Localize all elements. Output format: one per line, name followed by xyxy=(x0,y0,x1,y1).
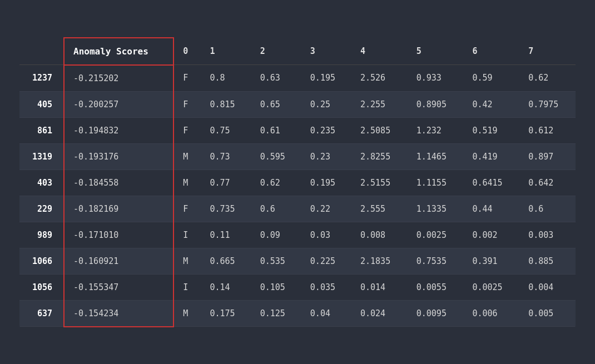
cell-row5-col3: 0.735 xyxy=(201,196,251,222)
table-row: 1319-0.193176M0.730.5950.232.82551.14650… xyxy=(19,143,576,169)
table-row: 405-0.200257F0.8150.650.252.2550.89050.4… xyxy=(19,91,576,117)
cell-row4-col7: 1.1155 xyxy=(408,169,464,196)
cell-row6-col8: 0.002 xyxy=(463,222,519,248)
cell-row9-col1: -0.154234 xyxy=(64,300,173,327)
col-header-id xyxy=(19,38,64,65)
cell-row0-col6: 2.526 xyxy=(351,65,408,92)
cell-row1-col1: -0.200257 xyxy=(64,91,173,117)
cell-row0-col2: F xyxy=(173,65,201,92)
cell-row5-col8: 0.44 xyxy=(463,196,519,222)
table-row: 1056-0.155347I0.140.1050.0350.0140.00550… xyxy=(19,274,576,300)
col-header-6: 6 xyxy=(463,38,519,65)
cell-row3-col1: -0.193176 xyxy=(64,143,173,169)
col-header-anomaly: Anomaly Scores xyxy=(64,38,173,65)
cell-row6-col3: 0.11 xyxy=(201,222,251,248)
cell-row5-col6: 2.555 xyxy=(351,196,408,222)
cell-row2-col0: 861 xyxy=(19,117,64,143)
cell-row0-col3: 0.8 xyxy=(201,65,251,92)
cell-row7-col3: 0.665 xyxy=(201,248,251,274)
cell-row1-col4: 0.65 xyxy=(251,91,301,117)
cell-row7-col5: 0.225 xyxy=(301,248,351,274)
table-row: 403-0.184558M0.770.620.1952.51551.11550.… xyxy=(19,169,576,196)
cell-row9-col8: 0.006 xyxy=(463,300,519,327)
cell-row0-col1: -0.215202 xyxy=(64,65,173,92)
cell-row0-col7: 0.933 xyxy=(408,65,464,92)
cell-row3-col7: 1.1465 xyxy=(408,143,464,169)
cell-row3-col6: 2.8255 xyxy=(351,143,408,169)
cell-row7-col7: 0.7535 xyxy=(408,248,464,274)
cell-row0-col8: 0.59 xyxy=(463,65,519,92)
cell-row1-col6: 2.255 xyxy=(351,91,408,117)
cell-row8-col0: 1056 xyxy=(19,274,64,300)
cell-row7-col8: 0.391 xyxy=(463,248,519,274)
cell-row6-col7: 0.0025 xyxy=(408,222,464,248)
cell-row1-col9: 0.7975 xyxy=(519,91,576,117)
cell-row6-col6: 0.008 xyxy=(351,222,408,248)
cell-row7-col9: 0.885 xyxy=(519,248,576,274)
cell-row9-col2: M xyxy=(173,300,201,327)
col-header-4: 4 xyxy=(351,38,408,65)
col-header-1: 1 xyxy=(201,38,251,65)
cell-row6-col2: I xyxy=(173,222,201,248)
cell-row0-col4: 0.63 xyxy=(251,65,301,92)
table-row: 1066-0.160921M0.6650.5350.2252.18350.753… xyxy=(19,248,576,274)
cell-row2-col1: -0.194832 xyxy=(64,117,173,143)
cell-row0-col5: 0.195 xyxy=(301,65,351,92)
cell-row9-col5: 0.04 xyxy=(301,300,351,327)
cell-row3-col2: M xyxy=(173,143,201,169)
cell-row1-col2: F xyxy=(173,91,201,117)
cell-row9-col9: 0.005 xyxy=(519,300,576,327)
cell-row9-col6: 0.024 xyxy=(351,300,408,327)
cell-row5-col1: -0.182169 xyxy=(64,196,173,222)
cell-row3-col4: 0.595 xyxy=(251,143,301,169)
cell-row8-col9: 0.004 xyxy=(519,274,576,300)
table-row: 1237-0.215202F0.80.630.1952.5260.9330.59… xyxy=(19,65,576,92)
cell-row3-col5: 0.23 xyxy=(301,143,351,169)
col-header-2: 2 xyxy=(251,38,301,65)
cell-row2-col6: 2.5085 xyxy=(351,117,408,143)
cell-row4-col6: 2.5155 xyxy=(351,169,408,196)
cell-row4-col3: 0.77 xyxy=(201,169,251,196)
cell-row4-col4: 0.62 xyxy=(251,169,301,196)
cell-row5-col7: 1.1335 xyxy=(408,196,464,222)
cell-row6-col4: 0.09 xyxy=(251,222,301,248)
cell-row4-col9: 0.642 xyxy=(519,169,576,196)
cell-row4-col1: -0.184558 xyxy=(64,169,173,196)
cell-row7-col0: 1066 xyxy=(19,248,64,274)
cell-row3-col8: 0.419 xyxy=(463,143,519,169)
cell-row1-col7: 0.8905 xyxy=(408,91,464,117)
cell-row4-col5: 0.195 xyxy=(301,169,351,196)
cell-row0-col9: 0.62 xyxy=(519,65,576,92)
cell-row0-col0: 1237 xyxy=(19,65,64,92)
cell-row8-col5: 0.035 xyxy=(301,274,351,300)
cell-row2-col3: 0.75 xyxy=(201,117,251,143)
cell-row6-col9: 0.003 xyxy=(519,222,576,248)
cell-row6-col0: 989 xyxy=(19,222,64,248)
cell-row1-col5: 0.25 xyxy=(301,91,351,117)
cell-row2-col2: F xyxy=(173,117,201,143)
cell-row9-col7: 0.0095 xyxy=(408,300,464,327)
cell-row8-col3: 0.14 xyxy=(201,274,251,300)
cell-row2-col8: 0.519 xyxy=(463,117,519,143)
cell-row9-col3: 0.175 xyxy=(201,300,251,327)
table-row: 989-0.171010I0.110.090.030.0080.00250.00… xyxy=(19,222,576,248)
cell-row7-col4: 0.535 xyxy=(251,248,301,274)
cell-row8-col4: 0.105 xyxy=(251,274,301,300)
cell-row2-col9: 0.612 xyxy=(519,117,576,143)
cell-row3-col3: 0.73 xyxy=(201,143,251,169)
cell-row8-col7: 0.0055 xyxy=(408,274,464,300)
table-row: 229-0.182169F0.7350.60.222.5551.13350.44… xyxy=(19,196,576,222)
cell-row5-col5: 0.22 xyxy=(301,196,351,222)
cell-row2-col7: 1.232 xyxy=(408,117,464,143)
cell-row5-col9: 0.6 xyxy=(519,196,576,222)
cell-row1-col8: 0.42 xyxy=(463,91,519,117)
cell-row8-col2: I xyxy=(173,274,201,300)
cell-row3-col9: 0.897 xyxy=(519,143,576,169)
col-header-5: 5 xyxy=(408,38,464,65)
cell-row9-col0: 637 xyxy=(19,300,64,327)
cell-row4-col2: M xyxy=(173,169,201,196)
cell-row9-col4: 0.125 xyxy=(251,300,301,327)
table-row: 861-0.194832F0.750.610.2352.50851.2320.5… xyxy=(19,117,576,143)
cell-row4-col0: 403 xyxy=(19,169,64,196)
cell-row6-col1: -0.171010 xyxy=(64,222,173,248)
